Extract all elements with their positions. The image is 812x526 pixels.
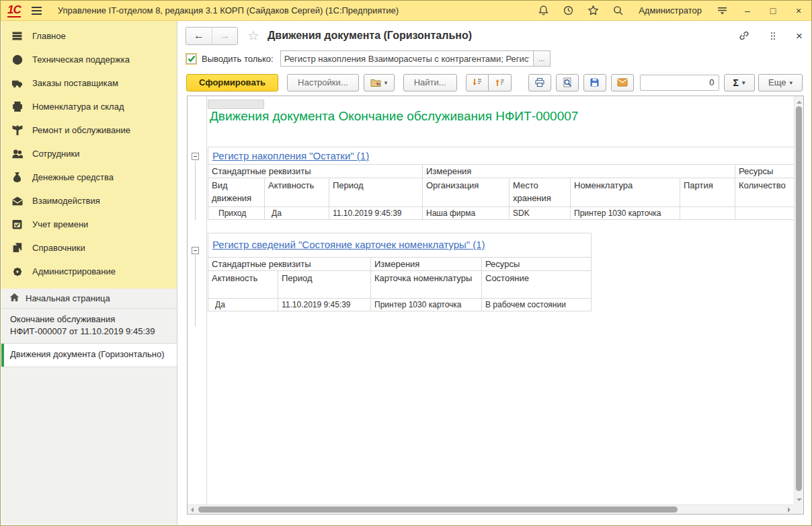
generate-button[interactable]: Сформировать — [186, 74, 278, 91]
collapse-group-button-1[interactable] — [192, 153, 199, 160]
sidebar-item-employees[interactable]: Сотрудники — [1, 142, 177, 165]
service-menu-icon[interactable] — [717, 5, 728, 16]
titlebar: 1С Управление IT-отделом 8, редакция 3.1… — [1, 1, 811, 21]
filter-checkbox[interactable] — [186, 54, 196, 64]
minimize-button[interactable]: – — [741, 6, 754, 15]
sidebar-item-label: Заказы поставщикам — [32, 78, 118, 88]
register-card-state-link[interactable]: Регистр сведений "Состояние карточек ном… — [212, 239, 485, 250]
pages-stack-icon — [11, 243, 23, 254]
column-header: Партия — [680, 178, 735, 207]
search-icon[interactable] — [612, 5, 624, 16]
open-window-tab-movements[interactable]: Движения документа (Горизонтально) — [1, 344, 177, 367]
calendar-check-icon — [11, 219, 23, 230]
people-icon — [11, 149, 23, 159]
more-actions-button[interactable]: Еще ▾ — [758, 74, 803, 91]
register-ostatki-link[interactable]: Регистр накопления "Остатки" (1) — [212, 150, 369, 161]
vertical-scrollbar[interactable] — [794, 96, 803, 504]
autosum-field[interactable] — [640, 75, 719, 91]
sigma-button[interactable]: Σ ▾ — [724, 74, 755, 91]
report-toolbar: Сформировать Настройки... ▾ Найти... — [186, 73, 803, 91]
group-header-cell: Измерения — [371, 258, 482, 271]
sort-descending-button[interactable] — [466, 74, 489, 91]
save-button[interactable] — [583, 74, 606, 91]
sidebar-item-maintenance[interactable]: Ремонт и обслуживание — [1, 118, 177, 142]
tab-label: Окончание обслуживания НФИТ-000007 от 11… — [10, 314, 155, 336]
printer-icon — [11, 102, 23, 112]
print-preview-button[interactable] — [556, 74, 579, 91]
column-header: Карточка номенклатуры — [371, 271, 482, 299]
maximize-button[interactable]: □ — [767, 6, 779, 15]
send-mail-button[interactable] — [611, 74, 634, 91]
cell-nomenclature: Принтер 1030 карточка — [571, 206, 680, 219]
get-link-icon[interactable] — [738, 30, 750, 42]
notifications-bell-icon[interactable] — [538, 5, 549, 16]
history-icon[interactable] — [563, 5, 574, 16]
more-label: Еще — [768, 77, 786, 87]
sidebar-item-main[interactable]: Главное — [1, 24, 177, 48]
cell-activity: Да — [208, 299, 278, 311]
find-button[interactable]: Найти... — [403, 74, 457, 91]
sidebar-item-label: Техническая поддержка — [32, 54, 130, 65]
cell-quantity: 1,000 — [735, 206, 795, 219]
vertical-scroll-thumb[interactable] — [796, 106, 802, 491]
sigma-label: Σ — [733, 77, 739, 88]
settings-button[interactable]: Настройки... — [287, 74, 359, 91]
group-header-cell: Стандартные реквизиты — [208, 258, 371, 271]
report-container: Движения документа Окончание обслуживани… — [187, 96, 804, 515]
collapse-group-button-2[interactable] — [192, 247, 199, 254]
section-header-cell: Регистр накопления "Остатки" (1) — [208, 147, 795, 165]
back-button[interactable]: ← — [186, 28, 212, 44]
forward-button[interactable]: → — [212, 28, 237, 44]
main-menu-burger-icon[interactable] — [32, 7, 42, 15]
column-header: Период — [278, 271, 371, 299]
sort-ascending-button[interactable] — [489, 74, 512, 91]
caret-down-icon: ▾ — [789, 79, 793, 86]
filter-choose-button[interactable]: ... — [533, 50, 551, 67]
cell-state: В рабочем состоянии — [482, 299, 592, 311]
current-user[interactable]: Администратор — [639, 5, 702, 15]
sidebar-item-label: Денежные средства — [32, 172, 114, 182]
table-row[interactable]: Да 11.10.2019 9:45:39 Принтер 1030 карто… — [208, 299, 592, 311]
sidebar-item-warehouse[interactable]: Номенклатура и склад — [1, 95, 177, 118]
close-button[interactable]: × — [793, 6, 805, 15]
sidebar-item-time-tracking[interactable]: Учет времени — [1, 213, 177, 236]
scroll-up-arrow[interactable] — [797, 98, 802, 104]
scroll-right-arrow[interactable] — [788, 507, 793, 513]
group-header-cell: Ресурсы — [735, 165, 795, 178]
caret-down-icon: ▾ — [742, 79, 745, 86]
cell-nomenclature-card: Принтер 1030 карточка — [371, 299, 482, 311]
horizontal-scroll-thumb[interactable] — [198, 506, 678, 513]
spreadsheet-area: Движения документа Окончание обслуживани… — [188, 96, 794, 504]
report-variants-button[interactable]: ▾ — [364, 74, 395, 91]
sidebar-item-label: Ремонт и обслуживание — [32, 125, 130, 135]
scrollbar-corner — [794, 504, 803, 514]
sidebar-item-catalogs[interactable]: Справочники — [1, 236, 177, 260]
sidebar-item-interactions[interactable]: Взаимодействия — [1, 189, 177, 213]
column-header: Активность — [208, 271, 278, 299]
open-window-tab-document[interactable]: Окончание обслуживания НФИТ-000007 от 11… — [1, 309, 177, 344]
scroll-left-arrow[interactable] — [188, 507, 194, 513]
favorites-star-icon[interactable] — [587, 5, 599, 16]
group-bracket-line-1 — [195, 161, 196, 220]
sidebar-item-money[interactable]: $ Денежные средства — [1, 165, 177, 189]
cell-organization: Наша фирма — [423, 206, 510, 219]
home-page-label: Начальная страница — [26, 293, 110, 303]
sidebar-item-support[interactable]: Техническая поддержка — [1, 48, 177, 71]
horizontal-scrollbar[interactable] — [188, 504, 794, 514]
sidebar-item-administration[interactable]: Администрирование — [1, 260, 177, 283]
column-header: Активность — [265, 178, 329, 207]
home-page-link[interactable]: Начальная страница — [1, 289, 177, 309]
table-row[interactable]: Приход Да 11.10.2019 9:45:39 Наша фирма … — [208, 206, 795, 219]
close-page-icon[interactable]: × — [796, 30, 803, 42]
group-header-cell: Стандартные реквизиты — [208, 165, 423, 178]
sidebar-item-supplier-orders[interactable]: Заказы поставщикам — [1, 71, 177, 95]
more-menu-dots-icon[interactable] — [769, 31, 777, 41]
favorite-star-icon[interactable]: ☆ — [247, 28, 259, 44]
sidebar-item-label: Учет времени — [32, 219, 88, 229]
filter-value-input[interactable] — [280, 50, 533, 67]
support-lifebuoy-icon — [11, 54, 23, 65]
filter-label: Выводить только: — [202, 54, 274, 64]
print-button[interactable] — [528, 74, 551, 91]
main-panel: ← → ☆ Движения документа (Горизонтально)… — [177, 21, 811, 525]
scroll-down-arrow[interactable] — [797, 498, 802, 504]
